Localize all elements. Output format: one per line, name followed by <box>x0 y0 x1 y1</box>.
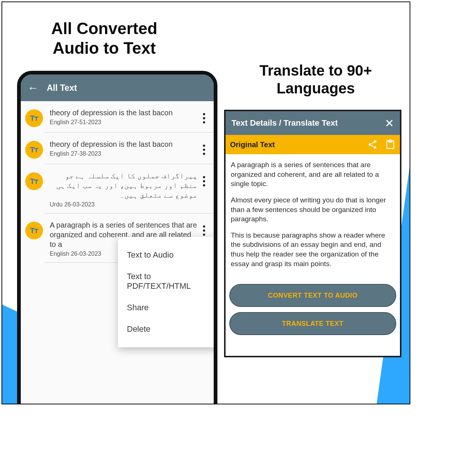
app-bar: ← All Text <box>21 75 214 101</box>
translate-panel: Text Details / Translate Text ✕ Original… <box>224 110 401 357</box>
list-item-title: theory of depression is the last bacon <box>50 108 197 118</box>
text-avatar-icon: Tᴛ <box>25 172 43 190</box>
overflow-menu-icon[interactable] <box>200 111 208 126</box>
list-item-texts: theory of depression is the last bacon E… <box>50 139 209 157</box>
text-avatar-icon: Tᴛ <box>25 222 43 239</box>
context-menu-popup: Text to Audio Text to PDF/TEXT/HTML Shar… <box>118 237 217 347</box>
overflow-menu-icon[interactable] <box>200 174 208 189</box>
panel-header-title: Text Details / Translate Text <box>232 118 338 128</box>
menu-item-delete[interactable]: Delete <box>118 318 217 340</box>
heading-right-line1: Translate to 90+ <box>259 62 372 79</box>
menu-item-text-to-export[interactable]: Text to PDF/TEXT/HTML <box>118 266 217 297</box>
heading-left-line1: All Converted <box>51 19 157 37</box>
menu-item-text-to-audio[interactable]: Text to Audio <box>118 244 217 266</box>
list-item-texts: پیراگراف جملوں کا ایک سلسلہ ہے جو منظم ا… <box>50 171 209 208</box>
heading-left-line2: Audio to Text <box>53 39 156 57</box>
list-item-title: پیراگراف جملوں کا ایک سلسلہ ہے جو منظم ا… <box>50 171 197 200</box>
heading-left: All Converted Audio to Text <box>39 19 169 58</box>
list-item[interactable]: Tᴛ theory of depression is the last baco… <box>21 133 214 164</box>
list-item[interactable]: Tᴛ theory of depression is the last baco… <box>21 101 214 132</box>
list-item-meta: English 27-38-2023 <box>50 150 197 157</box>
heading-right: Translate to 90+ Languages <box>236 62 395 97</box>
close-icon[interactable]: ✕ <box>385 117 394 130</box>
text-avatar-icon: Tᴛ <box>25 109 43 127</box>
list-item-texts: theory of depression is the last bacon E… <box>50 108 209 126</box>
paragraph-1: A paragraph is a series of sentences tha… <box>231 160 395 189</box>
section-bar: Original Text <box>226 135 400 154</box>
menu-item-share[interactable]: Share <box>118 297 217 318</box>
original-text-body: A paragraph is a series of sentences tha… <box>226 154 400 280</box>
panel-button-group: CONVERT TEXT TO AUDIO TRANSLATE TEXT <box>226 280 400 340</box>
share-icon[interactable] <box>367 139 378 150</box>
paragraph-3: This is because paragraphs show a reader… <box>231 231 395 269</box>
list-item-meta: Urdu 26-03-2023 <box>50 201 197 208</box>
section-label: Original Text <box>230 140 367 149</box>
translate-text-button[interactable]: TRANSLATE TEXT <box>229 312 396 335</box>
promo-frame: All Converted Audio to Text Translate to… <box>1 1 410 404</box>
list-item-title: theory of depression is the last bacon <box>50 139 197 149</box>
list-item[interactable]: Tᴛ پیراگراف جملوں کا ایک سلسلہ ہے جو منظ… <box>21 164 214 213</box>
phone-mockup-left: ← All Text Tᴛ theory of depression is th… <box>17 71 217 404</box>
panel-header: Text Details / Translate Text ✕ <box>226 111 400 135</box>
list-item-meta: English 27-51-2023 <box>50 119 197 126</box>
overflow-menu-icon[interactable] <box>200 142 208 157</box>
convert-text-to-audio-button[interactable]: CONVERT TEXT TO AUDIO <box>229 284 396 307</box>
overflow-menu-icon[interactable] <box>200 223 208 238</box>
clipboard-icon[interactable] <box>385 139 395 150</box>
heading-right-line2: Languages <box>276 80 355 96</box>
paragraph-2: Almost every piece of writing you do tha… <box>231 195 395 224</box>
text-avatar-icon: Tᴛ <box>25 141 43 159</box>
section-action-icons <box>367 139 395 150</box>
back-arrow-icon[interactable]: ← <box>27 82 39 93</box>
app-bar-title: All Text <box>47 83 77 93</box>
